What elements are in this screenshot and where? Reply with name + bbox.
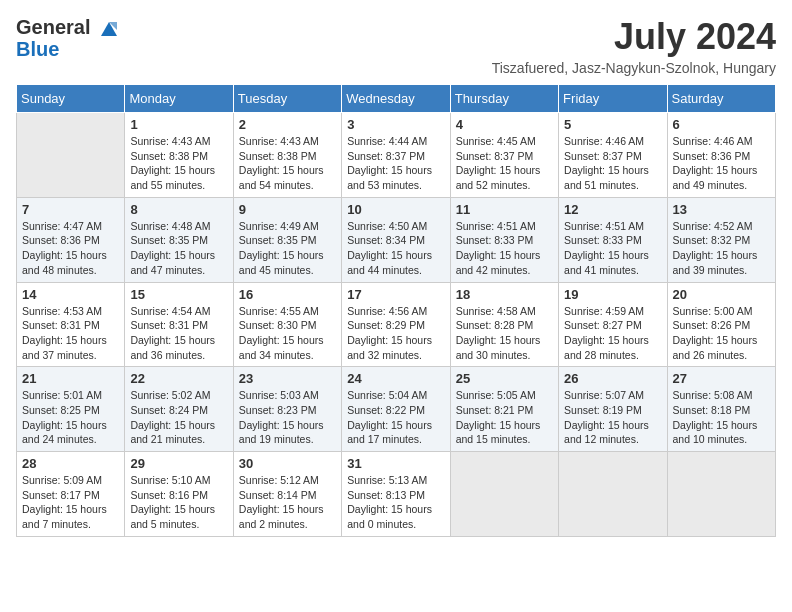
calendar-day-cell: 29Sunrise: 5:10 AMSunset: 8:16 PMDayligh… <box>125 452 233 537</box>
day-details: Sunrise: 5:13 AMSunset: 8:13 PMDaylight:… <box>347 473 444 532</box>
day-details: Sunrise: 4:54 AMSunset: 8:31 PMDaylight:… <box>130 304 227 363</box>
calendar-day-cell: 25Sunrise: 5:05 AMSunset: 8:21 PMDayligh… <box>450 367 558 452</box>
empty-cell <box>667 452 775 537</box>
day-number: 2 <box>239 117 336 132</box>
day-details: Sunrise: 5:05 AMSunset: 8:21 PMDaylight:… <box>456 388 553 447</box>
day-details: Sunrise: 4:52 AMSunset: 8:32 PMDaylight:… <box>673 219 770 278</box>
calendar-day-cell: 16Sunrise: 4:55 AMSunset: 8:30 PMDayligh… <box>233 282 341 367</box>
day-details: Sunrise: 4:50 AMSunset: 8:34 PMDaylight:… <box>347 219 444 278</box>
logo-icon <box>98 18 120 40</box>
empty-cell <box>17 113 125 198</box>
day-details: Sunrise: 5:08 AMSunset: 8:18 PMDaylight:… <box>673 388 770 447</box>
calendar-day-cell: 10Sunrise: 4:50 AMSunset: 8:34 PMDayligh… <box>342 197 450 282</box>
page-header: General Blue July 2024 Tiszafuered, Jasz… <box>16 16 776 76</box>
day-details: Sunrise: 5:10 AMSunset: 8:16 PMDaylight:… <box>130 473 227 532</box>
day-number: 15 <box>130 287 227 302</box>
calendar-week-row: 1Sunrise: 4:43 AMSunset: 8:38 PMDaylight… <box>17 113 776 198</box>
calendar-day-cell: 31Sunrise: 5:13 AMSunset: 8:13 PMDayligh… <box>342 452 450 537</box>
day-number: 27 <box>673 371 770 386</box>
day-details: Sunrise: 4:51 AMSunset: 8:33 PMDaylight:… <box>456 219 553 278</box>
calendar-header-row: SundayMondayTuesdayWednesdayThursdayFrid… <box>17 85 776 113</box>
day-number: 24 <box>347 371 444 386</box>
day-number: 17 <box>347 287 444 302</box>
day-details: Sunrise: 4:59 AMSunset: 8:27 PMDaylight:… <box>564 304 661 363</box>
calendar-day-cell: 3Sunrise: 4:44 AMSunset: 8:37 PMDaylight… <box>342 113 450 198</box>
location: Tiszafuered, Jasz-Nagykun-Szolnok, Hunga… <box>492 60 776 76</box>
day-number: 20 <box>673 287 770 302</box>
col-header-tuesday: Tuesday <box>233 85 341 113</box>
calendar-day-cell: 2Sunrise: 4:43 AMSunset: 8:38 PMDaylight… <box>233 113 341 198</box>
day-number: 6 <box>673 117 770 132</box>
day-number: 8 <box>130 202 227 217</box>
day-number: 31 <box>347 456 444 471</box>
calendar-day-cell: 9Sunrise: 4:49 AMSunset: 8:35 PMDaylight… <box>233 197 341 282</box>
day-number: 16 <box>239 287 336 302</box>
col-header-friday: Friday <box>559 85 667 113</box>
day-number: 9 <box>239 202 336 217</box>
calendar-day-cell: 4Sunrise: 4:45 AMSunset: 8:37 PMDaylight… <box>450 113 558 198</box>
day-number: 18 <box>456 287 553 302</box>
calendar-day-cell: 30Sunrise: 5:12 AMSunset: 8:14 PMDayligh… <box>233 452 341 537</box>
col-header-monday: Monday <box>125 85 233 113</box>
day-details: Sunrise: 4:43 AMSunset: 8:38 PMDaylight:… <box>239 134 336 193</box>
calendar-day-cell: 28Sunrise: 5:09 AMSunset: 8:17 PMDayligh… <box>17 452 125 537</box>
day-details: Sunrise: 4:48 AMSunset: 8:35 PMDaylight:… <box>130 219 227 278</box>
day-details: Sunrise: 5:03 AMSunset: 8:23 PMDaylight:… <box>239 388 336 447</box>
day-details: Sunrise: 5:07 AMSunset: 8:19 PMDaylight:… <box>564 388 661 447</box>
empty-cell <box>559 452 667 537</box>
calendar-day-cell: 27Sunrise: 5:08 AMSunset: 8:18 PMDayligh… <box>667 367 775 452</box>
col-header-sunday: Sunday <box>17 85 125 113</box>
calendar-day-cell: 8Sunrise: 4:48 AMSunset: 8:35 PMDaylight… <box>125 197 233 282</box>
day-details: Sunrise: 5:01 AMSunset: 8:25 PMDaylight:… <box>22 388 119 447</box>
day-details: Sunrise: 4:45 AMSunset: 8:37 PMDaylight:… <box>456 134 553 193</box>
col-header-saturday: Saturday <box>667 85 775 113</box>
day-details: Sunrise: 4:53 AMSunset: 8:31 PMDaylight:… <box>22 304 119 363</box>
day-details: Sunrise: 4:56 AMSunset: 8:29 PMDaylight:… <box>347 304 444 363</box>
calendar-day-cell: 20Sunrise: 5:00 AMSunset: 8:26 PMDayligh… <box>667 282 775 367</box>
day-number: 11 <box>456 202 553 217</box>
day-details: Sunrise: 5:12 AMSunset: 8:14 PMDaylight:… <box>239 473 336 532</box>
day-number: 5 <box>564 117 661 132</box>
day-number: 23 <box>239 371 336 386</box>
day-details: Sunrise: 5:02 AMSunset: 8:24 PMDaylight:… <box>130 388 227 447</box>
calendar-week-row: 28Sunrise: 5:09 AMSunset: 8:17 PMDayligh… <box>17 452 776 537</box>
logo-general: General <box>16 16 90 38</box>
month-title: July 2024 <box>492 16 776 58</box>
day-number: 29 <box>130 456 227 471</box>
day-details: Sunrise: 4:51 AMSunset: 8:33 PMDaylight:… <box>564 219 661 278</box>
day-number: 19 <box>564 287 661 302</box>
calendar-day-cell: 17Sunrise: 4:56 AMSunset: 8:29 PMDayligh… <box>342 282 450 367</box>
calendar-day-cell: 24Sunrise: 5:04 AMSunset: 8:22 PMDayligh… <box>342 367 450 452</box>
calendar-day-cell: 19Sunrise: 4:59 AMSunset: 8:27 PMDayligh… <box>559 282 667 367</box>
calendar-day-cell: 14Sunrise: 4:53 AMSunset: 8:31 PMDayligh… <box>17 282 125 367</box>
calendar-day-cell: 5Sunrise: 4:46 AMSunset: 8:37 PMDaylight… <box>559 113 667 198</box>
day-number: 1 <box>130 117 227 132</box>
day-number: 7 <box>22 202 119 217</box>
day-details: Sunrise: 4:49 AMSunset: 8:35 PMDaylight:… <box>239 219 336 278</box>
day-number: 14 <box>22 287 119 302</box>
day-details: Sunrise: 5:04 AMSunset: 8:22 PMDaylight:… <box>347 388 444 447</box>
day-details: Sunrise: 4:46 AMSunset: 8:37 PMDaylight:… <box>564 134 661 193</box>
day-details: Sunrise: 4:47 AMSunset: 8:36 PMDaylight:… <box>22 219 119 278</box>
day-number: 3 <box>347 117 444 132</box>
day-details: Sunrise: 4:46 AMSunset: 8:36 PMDaylight:… <box>673 134 770 193</box>
calendar-day-cell: 11Sunrise: 4:51 AMSunset: 8:33 PMDayligh… <box>450 197 558 282</box>
calendar-week-row: 14Sunrise: 4:53 AMSunset: 8:31 PMDayligh… <box>17 282 776 367</box>
empty-cell <box>450 452 558 537</box>
calendar-day-cell: 13Sunrise: 4:52 AMSunset: 8:32 PMDayligh… <box>667 197 775 282</box>
calendar-day-cell: 12Sunrise: 4:51 AMSunset: 8:33 PMDayligh… <box>559 197 667 282</box>
calendar-day-cell: 15Sunrise: 4:54 AMSunset: 8:31 PMDayligh… <box>125 282 233 367</box>
logo: General Blue <box>16 16 120 60</box>
col-header-wednesday: Wednesday <box>342 85 450 113</box>
calendar-week-row: 21Sunrise: 5:01 AMSunset: 8:25 PMDayligh… <box>17 367 776 452</box>
title-block: July 2024 Tiszafuered, Jasz-Nagykun-Szol… <box>492 16 776 76</box>
day-number: 22 <box>130 371 227 386</box>
day-details: Sunrise: 4:43 AMSunset: 8:38 PMDaylight:… <box>130 134 227 193</box>
day-number: 4 <box>456 117 553 132</box>
day-number: 12 <box>564 202 661 217</box>
calendar-day-cell: 21Sunrise: 5:01 AMSunset: 8:25 PMDayligh… <box>17 367 125 452</box>
calendar-day-cell: 26Sunrise: 5:07 AMSunset: 8:19 PMDayligh… <box>559 367 667 452</box>
day-number: 28 <box>22 456 119 471</box>
logo-blue: Blue <box>16 38 120 60</box>
calendar-day-cell: 18Sunrise: 4:58 AMSunset: 8:28 PMDayligh… <box>450 282 558 367</box>
